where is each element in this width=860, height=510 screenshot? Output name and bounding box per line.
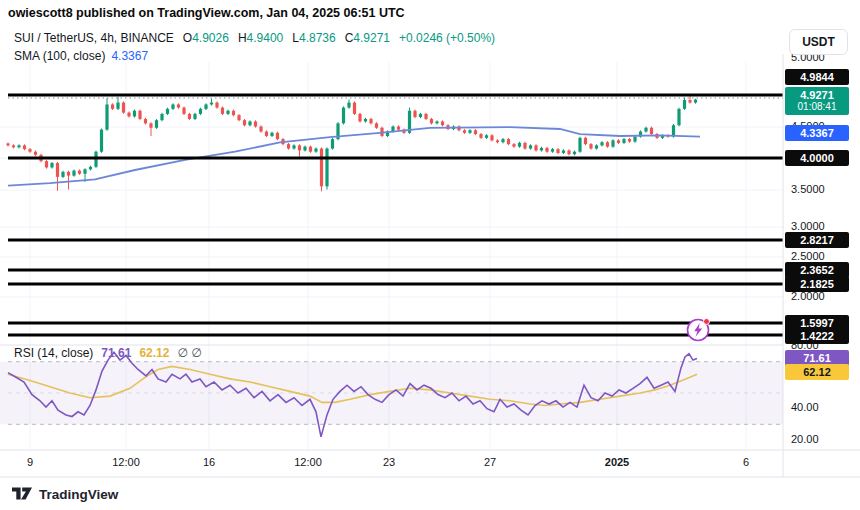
rsi-ma-value: 62.12 (139, 346, 169, 360)
candles-layer (6, 96, 697, 191)
time-axis-label: 12:00 (112, 456, 140, 468)
currency-toggle-button[interactable]: USDT (789, 29, 848, 55)
sma-value: 4.3367 (111, 49, 148, 63)
time-axis-label: 12:00 (294, 456, 322, 468)
time-axis-label: 9 (27, 456, 33, 468)
tradingview-logo-icon (12, 486, 32, 502)
lightning-idea-marker[interactable] (688, 319, 710, 341)
price-scale-badge: 2.8217 (785, 232, 849, 248)
sma-label: SMA (100, close) (14, 49, 105, 63)
price-scale-badge: 4.927101:08:41 (785, 87, 849, 115)
change-value: +0.0246 (+0.50%) (399, 31, 495, 45)
price-scale-label: 2.5000 (791, 250, 825, 262)
rsi-empty-values: ∅ ∅ (177, 346, 201, 360)
rsi-label: RSI (14, close) (14, 346, 93, 360)
chart-canvas[interactable] (0, 0, 860, 510)
time-axis-label: 6 (743, 456, 749, 468)
chart-plot-region[interactable] (0, 0, 860, 510)
price-scale-badge: 4.0000 (785, 150, 849, 166)
time-axis-label: 27 (484, 456, 496, 468)
price-scale[interactable]: 5.00004.50003.50003.00002.50002.000080.0… (784, 54, 860, 478)
time-axis-label: 2025 (605, 456, 629, 468)
price-scale-label: 40.00 (791, 401, 819, 413)
rsi-value: 71.61 (101, 346, 131, 360)
price-scale-label: 5.0000 (791, 54, 825, 63)
ohlc-pair: H4.9400 (238, 31, 283, 45)
tradingview-chart-page: owiescott8 published on TradingView.com,… (0, 0, 860, 510)
price-scale-badge: 4.9844 (785, 69, 849, 85)
time-axis-label: 16 (203, 456, 215, 468)
price-scale-label: 3.5000 (791, 183, 825, 195)
ohlc-pair: C4.9271 (345, 31, 390, 45)
time-axis-label: 23 (383, 456, 395, 468)
price-scale-label: 20.00 (791, 433, 819, 445)
sma-line (8, 127, 700, 186)
price-scale-badge: 1.4222 (785, 328, 849, 344)
price-scale-badge: 2.1825 (785, 276, 849, 292)
symbol-title: SUI / TetherUS, 4h, BINANCE (14, 31, 174, 45)
symbol-legend-row[interactable]: SUI / TetherUS, 4h, BINANCEO4.9026H4.940… (14, 31, 495, 45)
brand-name: TradingView (39, 487, 118, 502)
price-scale-label: 3.0000 (791, 220, 825, 232)
ohlc-pair: O4.9026 (183, 31, 229, 45)
price-scale-badge: 62.12 (785, 364, 849, 380)
ohlc-pair: L4.8736 (292, 31, 335, 45)
tradingview-brand[interactable]: TradingView (12, 486, 118, 502)
price-scale-badge: 4.3367 (785, 125, 849, 141)
sma-legend-row[interactable]: SMA (100, close)4.3367 (14, 49, 148, 63)
rsi-legend-row[interactable]: RSI (14, close)71.6162.12∅ ∅ (14, 346, 202, 360)
